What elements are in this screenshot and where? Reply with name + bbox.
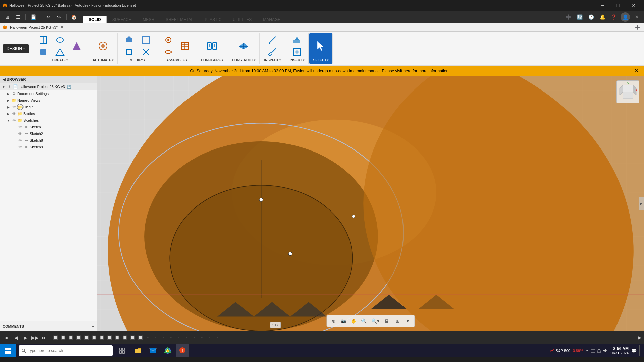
tl-icon-6[interactable]: 🔲 xyxy=(90,334,98,341)
tree-root[interactable]: ▼ 👁 📄 Halloween Project 25 KG v3 🔄 xyxy=(0,83,97,90)
viewport[interactable]: X Y ⊕ 📷 ✋ 🔍 🔍▾ 🖥 ⊞ ▾ 517 ▶ xyxy=(97,76,644,331)
minimize-button[interactable]: ─ xyxy=(595,0,610,11)
tree-item-sketch9[interactable]: ▶ 👁 ✏ Sketch9 xyxy=(0,144,97,150)
redo-button[interactable]: ↪ xyxy=(54,12,64,22)
timeline-last-button[interactable]: ⏭ xyxy=(40,334,48,342)
create-more-button[interactable] xyxy=(69,40,85,52)
tree-item-sketches[interactable]: ▼ 👁 📁 Sketches xyxy=(0,117,97,124)
modify-group-label[interactable]: MODIFY ▾ xyxy=(128,58,146,63)
tab-plastic[interactable]: PLASTIC xyxy=(199,16,227,23)
insert-add-button[interactable] xyxy=(289,46,305,58)
viewport-grid-button[interactable]: ⊞ xyxy=(393,316,402,326)
bodies-toggle[interactable]: ▶ xyxy=(6,112,11,116)
tl-icon-2[interactable]: 🔲 xyxy=(59,334,67,341)
doc-tab-close[interactable]: ✕ xyxy=(60,25,63,29)
taskbar-fusion[interactable]: f xyxy=(176,344,189,357)
sketches-toggle[interactable]: ▼ xyxy=(6,119,11,122)
tl-icon-4[interactable]: 🔲 xyxy=(75,334,82,341)
origin-visibility[interactable]: 👁 xyxy=(11,105,17,109)
tree-item-named-views[interactable]: ▶ 📁 Named Views xyxy=(0,97,97,104)
doc-settings-toggle[interactable]: ▶ xyxy=(6,92,11,96)
chat-button[interactable]: 💬 xyxy=(631,348,637,353)
construct-plane-button[interactable] xyxy=(235,39,252,53)
timeline-play-button[interactable]: ▶ xyxy=(21,334,30,342)
doc-tab-plus[interactable]: ➕ xyxy=(633,23,641,32)
inspect-group-label[interactable]: INSPECT ▾ xyxy=(263,58,282,63)
sketch9-visibility[interactable]: 👁 xyxy=(17,145,23,149)
tray-arrow-button[interactable]: ^ xyxy=(586,348,588,353)
comments-add-button[interactable]: + xyxy=(92,324,94,329)
viewport-camera-button[interactable]: 📷 xyxy=(339,316,348,326)
select-group-label[interactable]: SELECT ▾ xyxy=(312,58,330,63)
inspect-measure-button[interactable] xyxy=(264,34,280,46)
volume-icon[interactable] xyxy=(603,348,607,353)
modify-press-pull-button[interactable] xyxy=(121,34,137,46)
create-group-label[interactable]: CREATE ▾ xyxy=(51,58,69,63)
taskbar-task-view[interactable] xyxy=(115,344,129,357)
clock[interactable]: 8:56 AM 10/31/2024 xyxy=(610,346,629,355)
design-dropdown-button[interactable]: DESIGN ▾ xyxy=(3,44,29,53)
modify-fillet-button[interactable] xyxy=(121,46,137,58)
named-views-toggle[interactable]: ▶ xyxy=(6,99,11,102)
stock-ticker[interactable]: S&P 500 -0.89% xyxy=(550,348,583,353)
viewport-display-button[interactable]: 🖥 xyxy=(382,316,391,326)
sketches-visibility[interactable]: 👁 xyxy=(11,118,17,122)
sketch8-visibility[interactable]: 👁 xyxy=(17,138,23,142)
sketch1-visibility[interactable]: 👁 xyxy=(17,125,23,129)
notification-button[interactable]: 🔔 xyxy=(598,12,607,22)
automate-group-label[interactable]: AUTOMATE ▾ xyxy=(91,58,115,63)
home-button[interactable]: 🏠 xyxy=(69,12,79,22)
tab-surface[interactable]: SURFACE xyxy=(107,16,137,23)
close-button[interactable]: ✕ xyxy=(626,0,641,11)
taskbar-search-input[interactable] xyxy=(28,348,110,353)
construct-group-label[interactable]: CONSTRUCT ▾ xyxy=(231,58,257,63)
create-sketch-button[interactable] xyxy=(52,46,68,58)
refresh-button[interactable]: 🔄 xyxy=(575,12,584,22)
taskbar-mail[interactable] xyxy=(146,344,160,357)
notification-close-button[interactable]: ✕ xyxy=(634,68,639,74)
tab-utilities[interactable]: UTILITIES xyxy=(227,16,257,23)
tl-icon-12[interactable]: 🔲 xyxy=(137,334,144,341)
assemble-group-label[interactable]: ASSEMBLE ▾ xyxy=(165,58,189,63)
modify-shell-button[interactable] xyxy=(138,34,154,46)
tl-icon-11[interactable]: 🔲 xyxy=(129,334,136,341)
automate-button[interactable] xyxy=(95,39,111,53)
tree-item-sketch8[interactable]: ▶ 👁 ✏ Sketch8 xyxy=(0,137,97,144)
account-button[interactable]: 👤 xyxy=(621,12,630,22)
tab-add-button[interactable]: ➕ xyxy=(564,12,573,22)
axis-gizmo[interactable]: X Y xyxy=(616,80,639,103)
sketch2-visibility[interactable]: 👁 xyxy=(17,132,23,136)
tree-item-bodies[interactable]: ▶ 👁 📁 Bodies xyxy=(0,110,97,117)
timeline-first-button[interactable]: ⏮ xyxy=(3,334,11,342)
configure-group-label[interactable]: CONFIGURE ▾ xyxy=(200,58,224,63)
browser-collapse-icon[interactable]: ◀ xyxy=(3,77,5,82)
insert-group-label[interactable]: INSERT ▾ xyxy=(288,58,306,63)
viewport-zoom-button[interactable]: 🔍 xyxy=(359,316,369,326)
configure-button[interactable] xyxy=(204,39,220,53)
timeline-prev-button[interactable]: ◀ xyxy=(12,334,20,342)
tab-solid[interactable]: SOLID xyxy=(83,16,107,23)
viewport-grid-origin-button[interactable]: ⊕ xyxy=(329,316,338,326)
undo-button[interactable]: ↩ xyxy=(44,12,53,22)
viewport-zoom-dropdown[interactable]: 🔍▾ xyxy=(369,316,381,326)
tl-icon-3[interactable]: 🔲 xyxy=(67,334,74,341)
assemble-motion-button[interactable] xyxy=(160,46,176,58)
taskbar-chrome[interactable] xyxy=(161,344,174,357)
show-desktop-button[interactable] xyxy=(639,345,641,356)
tab-sheet-metal[interactable]: SHEET METAL xyxy=(160,16,199,23)
tree-item-sketch1[interactable]: ▶ 👁 ✏ Sketch1 xyxy=(0,124,97,130)
tab-close-button[interactable]: ✕ xyxy=(632,12,641,22)
inspect-link-button[interactable] xyxy=(264,46,280,58)
taskbar-file-explorer[interactable] xyxy=(131,344,145,357)
save-button[interactable]: 💾 xyxy=(29,12,38,22)
tree-item-origin[interactable]: ▶ 👁 📁 Origin xyxy=(0,104,97,110)
tree-item-doc-settings[interactable]: ▶ ⚙ Document Settings xyxy=(0,90,97,97)
select-button[interactable] xyxy=(313,39,329,53)
history-button[interactable]: 🕐 xyxy=(586,12,596,22)
create-surface-button[interactable] xyxy=(52,34,68,46)
create-new-component-button[interactable] xyxy=(35,34,51,46)
tl-icon-9[interactable]: 🔲 xyxy=(113,334,121,341)
tl-icon-10[interactable]: 🔲 xyxy=(121,334,128,341)
app-menu-button[interactable]: ☰ xyxy=(13,12,23,22)
viewport-right-collapse[interactable]: ▶ xyxy=(639,197,644,210)
